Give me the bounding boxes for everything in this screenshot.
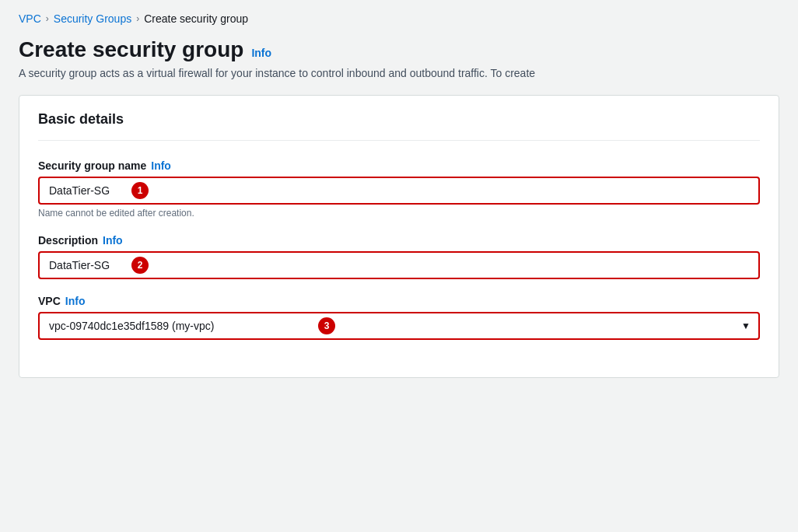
sg-name-field: Security group name Info 1 Name cannot b…: [38, 159, 760, 219]
description-info-link[interactable]: Info: [103, 234, 123, 247]
breadcrumb-separator-1: ›: [46, 13, 49, 24]
sg-name-info-link[interactable]: Info: [151, 159, 171, 172]
page-info-link[interactable]: Info: [251, 47, 271, 59]
vpc-label-row: VPC Info: [38, 295, 760, 307]
sg-name-label: Security group name: [38, 159, 146, 172]
basic-details-card: Basic details Security group name Info 1…: [19, 95, 779, 378]
description-label: Description: [38, 234, 98, 247]
vpc-label: VPC: [38, 295, 61, 307]
page-title: Create security group: [19, 37, 243, 62]
sg-name-hint: Name cannot be edited after creation.: [38, 208, 760, 219]
page-description: A security group acts as a virtual firew…: [19, 67, 779, 79]
sg-name-input[interactable]: [38, 177, 760, 205]
description-field: Description Info 2: [38, 234, 760, 279]
page-container: VPC › Security Groups › Create security …: [0, 0, 798, 390]
vpc-select-wrapper: vpc-09740dc1e35df1589 (my-vpc) ▼ 3: [38, 312, 760, 340]
page-title-row: Create security group Info: [19, 37, 779, 62]
breadcrumb-separator-2: ›: [136, 13, 139, 24]
vpc-field: VPC Info vpc-09740dc1e35df1589 (my-vpc) …: [38, 295, 760, 340]
breadcrumb-current: Create security group: [144, 12, 248, 25]
description-input[interactable]: [38, 251, 760, 279]
description-input-wrapper: 2: [38, 251, 760, 279]
breadcrumb: VPC › Security Groups › Create security …: [19, 12, 779, 25]
description-label-row: Description Info: [38, 234, 760, 247]
breadcrumb-security-groups-link[interactable]: Security Groups: [54, 12, 131, 25]
sg-name-label-row: Security group name Info: [38, 159, 760, 172]
card-title: Basic details: [38, 111, 760, 141]
vpc-select[interactable]: vpc-09740dc1e35df1589 (my-vpc): [38, 312, 760, 340]
breadcrumb-vpc-link[interactable]: VPC: [19, 12, 41, 25]
sg-name-input-wrapper: 1: [38, 177, 760, 205]
vpc-info-link[interactable]: Info: [65, 295, 86, 307]
